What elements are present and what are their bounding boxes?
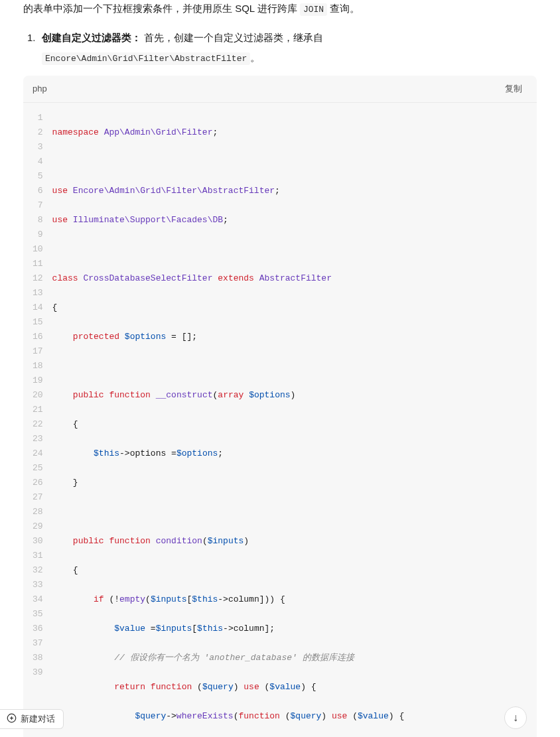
code-header: php 复制 bbox=[23, 76, 537, 103]
step-1-title: 创建自定义过滤器类： bbox=[42, 32, 141, 43]
code-body[interactable]: 1234567891011121314151617181920212223242… bbox=[23, 103, 537, 737]
scroll-down-button[interactable]: ↓ bbox=[504, 706, 527, 729]
intro-paragraph: 的表单中添加一个下拉框搜索条件，并使用原生 SQL 进行跨库 JOIN 查询。 bbox=[23, 0, 537, 17]
new-chat-label: 新建对话 bbox=[21, 713, 55, 725]
step-1: 创建自定义过滤器类： 首先，创建一个自定义过滤器类，继承自 Encore\Adm… bbox=[42, 29, 537, 737]
new-chat-icon bbox=[7, 713, 17, 725]
code-content: namespace App\Admin\Grid\Filter; use Enc… bbox=[52, 111, 467, 737]
inline-code-abstract-filter: Encore\Admin\Grid\Filter\AbstractFilter bbox=[42, 52, 250, 65]
step-1-desc: 首先，创建一个自定义过滤器类，继承自 bbox=[141, 32, 323, 43]
new-chat-button[interactable]: 新建对话 bbox=[0, 709, 64, 729]
inline-code-join: JOIN bbox=[300, 3, 327, 16]
arrow-down-icon: ↓ bbox=[513, 712, 518, 724]
copy-button[interactable]: 复制 bbox=[500, 81, 527, 97]
code-block: php 复制 123456789101112131415161718192021… bbox=[23, 76, 537, 737]
code-language-label: php bbox=[33, 82, 47, 96]
line-numbers: 1234567891011121314151617181920212223242… bbox=[23, 111, 52, 737]
